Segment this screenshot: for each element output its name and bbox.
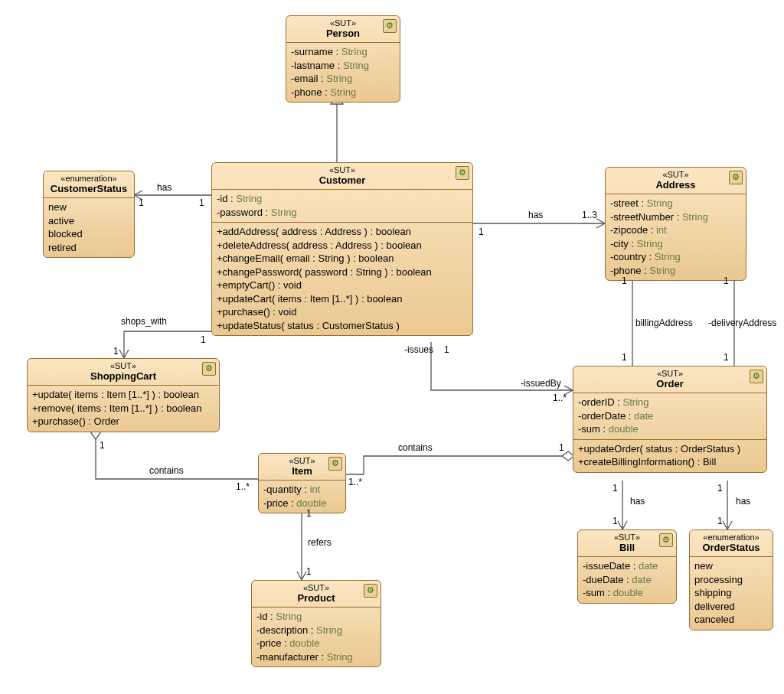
class-ShoppingCart: ⚙ «SUT» ShoppingCart +update( items : It…: [27, 358, 220, 432]
gear-icon: ⚙: [383, 19, 397, 33]
class-name: OrderStatus: [694, 542, 768, 553]
gear-icon: ⚙: [364, 584, 377, 598]
class-name: Address: [610, 179, 741, 191]
assoc-has-label: has: [528, 210, 543, 220]
mult-1-3: 1..3: [582, 210, 597, 220]
literals: new processing shipping delivered cancel…: [690, 556, 773, 630]
assoc-refers-label: refers: [308, 537, 332, 548]
assoc-shops-with-label: shops_with: [121, 316, 167, 327]
gear-icon: ⚙: [729, 171, 743, 184]
assoc-issuedBy-label: -issuedBy: [521, 378, 561, 389]
gear-icon: ⚙: [202, 362, 216, 376]
stereotype: «SUT»: [610, 170, 741, 179]
class-Product: ⚙ «SUT» Product -id : String -descriptio…: [251, 580, 381, 667]
stereotype: «SUT»: [578, 369, 762, 378]
stereotype: «SUT»: [32, 361, 214, 370]
mult-1: 1: [139, 197, 144, 208]
mult-1: 1: [306, 566, 312, 577]
mult-1: 1: [622, 275, 627, 286]
attributes: -street : String -streetNumber : String …: [606, 194, 746, 280]
mult-1-star: 1..*: [236, 481, 250, 492]
attributes: -surname : String -lastname : String -em…: [286, 42, 400, 102]
mult-1: 1: [612, 516, 618, 526]
attributes: -issueDate : date -dueDate : date -sum :…: [578, 556, 676, 603]
attributes: -quantity : int -price : double: [259, 480, 345, 513]
mult-1-star: 1..*: [553, 393, 567, 403]
class-OrderStatus: «enumeration» OrderStatus new processing…: [689, 529, 773, 630]
class-name: CustomerStatus: [48, 183, 129, 194]
mult-1: 1: [724, 352, 729, 363]
mult-1-star: 1..*: [348, 477, 362, 487]
assoc-has-label: has: [736, 496, 750, 507]
class-CustomerStatus: «enumeration» CustomerStatus new active …: [43, 171, 135, 258]
class-name: Bill: [583, 542, 671, 553]
gear-icon: ⚙: [659, 533, 673, 547]
class-name: Customer: [217, 174, 468, 186]
attributes: -id : String -password : String: [212, 189, 472, 222]
gear-icon: ⚙: [328, 457, 342, 471]
gear-icon: ⚙: [750, 370, 763, 383]
class-Person: ⚙ «SUT» Person -surname : String -lastna…: [286, 15, 400, 103]
stereotype: «SUT»: [583, 533, 671, 542]
assoc-contains-label: contains: [149, 465, 184, 476]
attributes: -orderID : String -orderDate : date -sum…: [573, 393, 766, 439]
class-name: ShoppingCart: [32, 370, 214, 382]
assoc-has-label: has: [630, 496, 645, 507]
mult-1: 1: [612, 483, 618, 494]
stereotype: «enumeration»: [48, 174, 129, 183]
assoc-contains-label: contains: [398, 442, 433, 453]
class-Customer: ⚙ «SUT» Customer -id : String -password …: [211, 162, 473, 336]
mult-1: 1: [717, 483, 723, 494]
class-name: Product: [256, 592, 376, 604]
operations: +updateOrder( status : OrderStatus ) +cr…: [573, 439, 766, 472]
mult-1: 1: [444, 344, 449, 355]
literals: new active blocked retired: [44, 197, 134, 257]
assoc-billingAddress-label: billingAddress: [635, 318, 693, 328]
class-Order: ⚙ «SUT» Order -orderID : String -orderDa…: [573, 366, 767, 473]
mult-1: 1: [622, 352, 627, 363]
mult-1: 1: [199, 197, 204, 208]
gear-icon: ⚙: [456, 166, 469, 180]
assoc-deliveryAddress-label: -deliveryAddress: [708, 318, 776, 328]
class-name: Person: [291, 28, 395, 39]
class-name: Order: [578, 378, 762, 389]
mult-1: 1: [113, 346, 119, 357]
mult-1: 1: [724, 275, 729, 286]
mult-1: 1: [717, 516, 723, 526]
stereotype: «SUT»: [217, 165, 468, 174]
attributes: -id : String -description : String -pric…: [252, 607, 381, 666]
mult-1: 1: [306, 508, 312, 519]
assoc-has-label: has: [157, 182, 172, 193]
mult-1: 1: [559, 442, 564, 453]
class-Item: ⚙ «SUT» Item -quantity : int -price : do…: [258, 453, 346, 513]
mult-1: 1: [201, 334, 206, 345]
operations: +addAddress( address : Address ) : boole…: [212, 222, 472, 335]
mult-1: 1: [100, 440, 105, 451]
class-Address: ⚙ «SUT» Address -street : String -street…: [605, 167, 746, 281]
class-Bill: ⚙ «SUT» Bill -issueDate : date -dueDate …: [577, 529, 677, 604]
stereotype: «SUT»: [256, 583, 376, 592]
stereotype: «SUT»: [291, 18, 395, 28]
assoc-issues-label: -issues: [404, 344, 433, 355]
stereotype: «enumeration»: [694, 533, 768, 542]
mult-1: 1: [479, 226, 484, 237]
operations: +update( items : Item [1..*] ) : boolean…: [28, 385, 219, 432]
